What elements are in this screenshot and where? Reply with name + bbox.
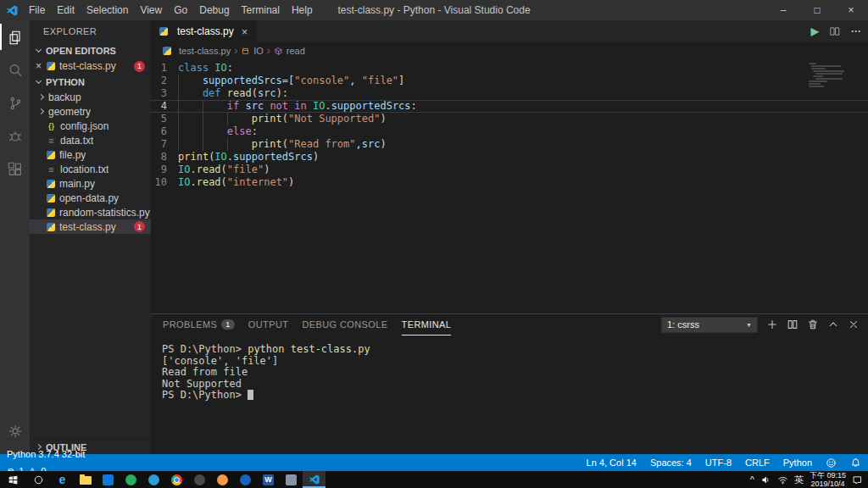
ime-indicator[interactable]: 英 — [794, 471, 804, 488]
indent-guide — [178, 100, 203, 113]
wifi-icon[interactable] — [777, 474, 788, 485]
terminal-output[interactable]: PS D:\Python> python test-class.py['cons… — [151, 339, 868, 454]
file-item[interactable]: ≡data.txt — [30, 133, 151, 147]
cortana-search-button[interactable] — [25, 471, 51, 488]
panel-tab-terminal[interactable]: TERMINAL — [402, 313, 452, 336]
taskbar-app-mail[interactable] — [97, 471, 120, 488]
code-line[interactable]: 6else: — [151, 125, 868, 138]
close-editor-icon[interactable]: × — [36, 60, 47, 72]
activitybar-source-control[interactable] — [0, 86, 30, 119]
panel-tab-output[interactable]: OUTPUT — [248, 313, 289, 336]
menu-help[interactable]: Help — [286, 0, 319, 20]
menu-edit[interactable]: Edit — [51, 0, 81, 20]
code-editor[interactable]: 1class IO:2supportedSrcs=["console", "fi… — [151, 59, 868, 313]
terminal-picker[interactable]: 1: csrss ▼ — [661, 317, 758, 333]
code-token: . — [190, 176, 196, 188]
cursor-position[interactable]: Ln 4, Col 14 — [580, 454, 643, 471]
volume-icon[interactable] — [760, 474, 771, 485]
breadcrumb-item[interactable]: test-class.py — [163, 46, 231, 56]
file-item[interactable]: file.py — [30, 147, 151, 162]
code-line[interactable]: 8print(IO.supportedSrcs) — [151, 151, 868, 164]
code-line[interactable]: 9IO.read("file") — [151, 164, 868, 176]
folder-item[interactable]: geometry — [30, 104, 151, 119]
taskbar-app-edge-dev[interactable] — [234, 471, 257, 488]
window-close-button[interactable]: × — [834, 0, 868, 20]
notifications[interactable] — [843, 454, 868, 471]
minimap[interactable] — [809, 63, 858, 88]
taskbar-app-app-gray[interactable] — [280, 471, 303, 488]
code-token: read — [197, 176, 221, 188]
more-actions-button[interactable]: ··· — [851, 25, 861, 37]
window-restore-button[interactable]: □ — [800, 0, 834, 20]
close-tab-icon[interactable]: × — [242, 25, 248, 38]
split-editor-button[interactable] — [829, 25, 841, 37]
menu-debug[interactable]: Debug — [193, 0, 235, 20]
panel-tabs: PROBLEMS1OUTPUTDEBUG CONSOLETERMINAL — [163, 313, 465, 336]
python-interpreter[interactable]: Python 3.7.4 32-bit — [0, 446, 92, 463]
taskbar-app-app-orange[interactable] — [211, 471, 234, 488]
activitybar-explorer[interactable] — [0, 20, 30, 53]
kill-terminal-button[interactable] — [807, 319, 819, 330]
taskbar-app-internet-explorer[interactable]: e — [51, 471, 74, 488]
start-button[interactable] — [0, 471, 25, 488]
breadcrumb-item[interactable]: IO — [241, 46, 264, 56]
maximize-panel-button[interactable] — [827, 319, 839, 330]
run-button[interactable]: ▶ — [811, 25, 819, 37]
taskbar-app-app-dark[interactable] — [188, 471, 211, 488]
window-minimize-button[interactable]: – — [766, 0, 800, 20]
eol[interactable]: CRLF — [738, 454, 776, 471]
code-line[interactable]: 2supportedSrcs=["console", "file"] — [151, 75, 868, 87]
folder-item[interactable]: backup — [30, 90, 151, 104]
split-terminal-button[interactable] — [787, 319, 798, 330]
breadcrumb-item[interactable]: read — [274, 46, 305, 56]
file-item[interactable]: main.py — [30, 176, 151, 191]
close-panel-button[interactable] — [848, 319, 860, 330]
indentation[interactable]: Spaces: 4 — [643, 454, 698, 471]
code-line[interactable]: 4if src not in IO.supportedSrcs: — [151, 100, 868, 113]
activitybar-search[interactable] — [0, 53, 30, 86]
taskbar-app-chrome[interactable] — [165, 471, 188, 488]
code-line[interactable]: 5print("Not Supported") — [151, 113, 868, 125]
tab-test-class-py[interactable]: test-class.py × — [151, 20, 256, 42]
taskbar-app-vscode[interactable] — [303, 471, 326, 488]
panel-tab-debug-console[interactable]: DEBUG CONSOLE — [302, 313, 387, 336]
file-item[interactable]: ≡location.txt — [30, 162, 151, 176]
file-label: data.txt — [60, 135, 93, 147]
code-line[interactable]: 3def read(src): — [151, 87, 868, 100]
file-item[interactable]: random-statistics.py — [30, 205, 151, 219]
action-center-button[interactable] — [852, 474, 863, 485]
workspace-folder-header[interactable]: PYTHON — [30, 74, 151, 90]
open-editors-header[interactable]: OPEN EDITORS — [30, 42, 151, 58]
code-line[interactable]: 1class IO: — [151, 62, 868, 75]
menu-file[interactable]: File — [23, 0, 51, 20]
open-editor-item[interactable]: ×test-class.py1 — [30, 58, 151, 74]
code-line[interactable]: 10IO.read("internet") — [151, 176, 868, 189]
vscode-icon — [309, 474, 320, 485]
taskbar-app-app-green[interactable] — [120, 471, 142, 488]
tray-expand-chevron[interactable]: ^ — [750, 471, 754, 488]
menu-view[interactable]: View — [134, 0, 168, 20]
activitybar-debug[interactable] — [0, 119, 30, 152]
activitybar-manage[interactable] — [0, 414, 30, 447]
file-item[interactable]: open-data.py — [30, 191, 151, 205]
code-line[interactable]: 7print("Read from",src) — [151, 138, 868, 151]
code-token: ) — [380, 113, 386, 125]
menu-terminal[interactable]: Terminal — [236, 0, 286, 20]
menu-go[interactable]: Go — [168, 0, 193, 20]
taskbar-app-word[interactable]: W — [257, 471, 280, 488]
code-token: ) — [313, 151, 319, 163]
new-terminal-button[interactable] — [766, 319, 778, 330]
encoding[interactable]: UTF-8 — [698, 454, 738, 471]
taskbar-app-app-blue[interactable] — [142, 471, 165, 488]
feedback[interactable] — [819, 454, 843, 471]
file-item[interactable]: test-class.py1 — [30, 219, 151, 234]
taskbar-clock[interactable]: 下午 09:152019/10/4 — [810, 471, 846, 488]
explorer-sidebar: EXPLORER OPEN EDITORS ×test-class.py1 PY… — [30, 20, 151, 454]
panel-tab-problems[interactable]: PROBLEMS1 — [163, 313, 235, 336]
language-mode[interactable]: Python — [776, 454, 819, 471]
file-item[interactable]: {}config.json — [30, 119, 151, 133]
menu-selection[interactable]: Selection — [81, 0, 134, 20]
chrome-icon — [171, 474, 182, 485]
activitybar-extensions[interactable] — [0, 152, 30, 186]
taskbar-app-file-explorer[interactable] — [74, 471, 97, 488]
